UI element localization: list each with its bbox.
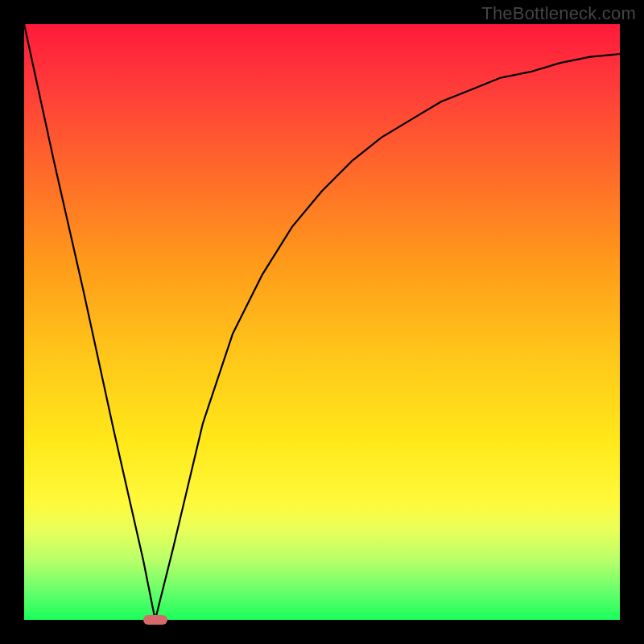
bottleneck-curve (24, 24, 620, 620)
chart-frame: TheBottleneck.com (0, 0, 644, 644)
watermark-text: TheBottleneck.com (481, 3, 636, 24)
chart-plot-area (24, 24, 620, 620)
optimal-marker (143, 615, 167, 625)
